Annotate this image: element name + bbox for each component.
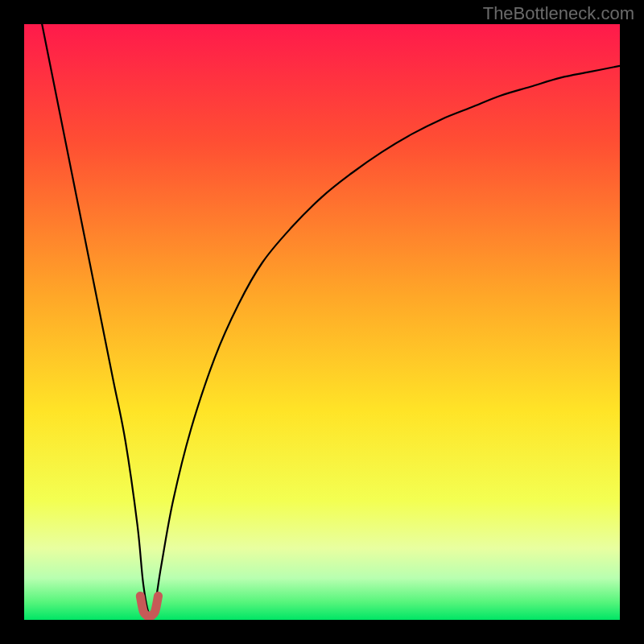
watermark-text: TheBottleneck.com [483, 3, 634, 24]
gradient-background [24, 24, 620, 620]
outer-frame: TheBottleneck.com [0, 0, 644, 644]
bottleneck-chart [24, 24, 620, 620]
